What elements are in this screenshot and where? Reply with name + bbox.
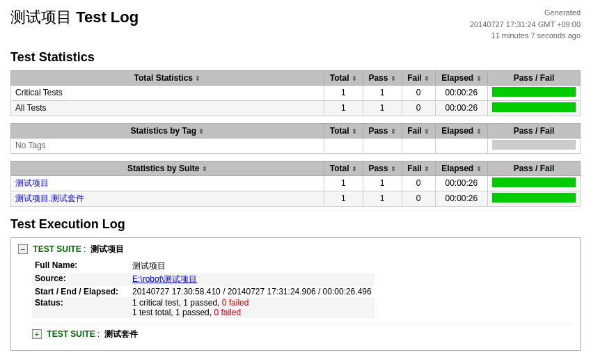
no-tags-pass-fail-bar [492,140,576,150]
col-elapsed: Elapsed [441,73,473,83]
sort-tag-elapsed-icon[interactable]: ⇕ [476,128,482,135]
row-bar-cell [488,85,581,100]
suite-row-elapsed: 00:00:26 [435,191,487,206]
suite2-header: + TEST SUITE : 测试套件 [32,329,573,340]
suite-row-name: 测试项目.测试套件 [11,191,324,206]
sort-total-icon[interactable]: ⇕ [352,75,357,82]
suite-row-name: 测试项目 [11,175,324,191]
tag-col-passfail: Pass / Fail [514,126,555,136]
sort-suite-elapsed-icon[interactable]: ⇕ [476,166,482,173]
suite1-details-table: Full Name: 测试项目 Source: E:\robot\测试项目 St… [32,260,375,318]
tag-col-pass: Pass [368,126,388,136]
generated-date: 20140727 17:31:24 GMT +09:00 [470,20,581,29]
suite-pass-fail-bar [492,177,576,187]
sort-tag-pass-icon[interactable]: ⇕ [391,128,396,135]
suite-col-pass: Pass [368,164,388,173]
row-fail: 0 [402,100,435,116]
suite1-type-label: TEST SUITE [33,244,81,254]
suite1-status-failed2: 0 failed [214,308,241,317]
col-passfail: Pass / Fail [514,73,555,83]
tag-statistics-table: Statistics by Tag ⇕ Total ⇕ Pass ⇕ Fail … [10,123,581,154]
col-total: Total [330,73,349,83]
row-total: 1 [324,100,363,116]
sort-elapsed-icon[interactable]: ⇕ [476,75,482,82]
suite-row-pass: 1 [363,175,402,191]
sort-suite-pass-icon[interactable]: ⇕ [391,166,396,173]
row-total: 1 [324,85,363,100]
sort-tag-fail-icon[interactable]: ⇕ [424,128,430,135]
suite1-status-failed1: 0 failed [222,298,249,308]
suite-row-bar-cell [488,191,581,206]
suite1-fullname-row: Full Name: 测试项目 [32,260,375,273]
page-title: 测试项目 Test Log [10,7,139,28]
row-name: Critical Tests [11,85,324,100]
suite1-header: − TEST SUITE : 测试项目 [18,244,573,255]
no-tags-pass [363,138,402,153]
tag-statistics-header: Statistics by Tag [131,126,196,136]
sort-suite-icon[interactable]: ⇕ [202,166,207,173]
pass-fail-bar [492,87,576,97]
generated-label: Generated [544,8,581,17]
test-statistics-title: Test Statistics [10,50,581,65]
col-fail: Fail [407,73,422,83]
row-fail: 0 [402,85,435,100]
suite2-type-label: TEST SUITE [47,329,95,339]
tag-col-total: Total [330,126,349,136]
no-tags-fail [402,138,435,153]
suite2-name: 测试套件 [104,329,138,339]
title-main: Test Log [76,8,139,26]
suite-col-passfail: Pass / Fail [514,164,555,173]
no-tags-label: No Tags [11,138,324,153]
suite1-source-value: E:\robot\测试项目 [129,273,375,286]
pass-fail-bar [492,102,576,112]
suite-stats-row: 测试项目 1 1 0 00:00:26 [11,175,581,191]
suite1-timing-value: 20140727 17:30:58.410 / 20140727 17:31:2… [129,286,375,297]
row-bar-cell [488,100,581,116]
suite-col-fail: Fail [407,164,422,173]
suite2-expand-button[interactable]: + [32,329,42,339]
suite1-source-row: Source: E:\robot\测试项目 [32,273,375,286]
sort-suite-fail-icon[interactable]: ⇕ [424,166,430,173]
sort-suite-total-icon[interactable]: ⇕ [352,166,357,173]
suite1-timing-label: Start / End / Elapsed: [32,286,129,297]
sort-fail-icon[interactable]: ⇕ [424,75,430,82]
suite-statistics-header: Statistics by Suite [127,164,199,173]
suite-pass-fail-bar [492,193,576,203]
suite-row-total: 1 [324,175,363,191]
col-pass: Pass [368,73,388,83]
suite-stats-row: 测试项目.测试套件 1 1 0 00:00:26 [11,191,581,206]
suite-col-elapsed: Elapsed [441,164,473,173]
sort-icon[interactable]: ⇕ [195,75,200,82]
suite1-timing-row: Start / End / Elapsed: 20140727 17:30:58… [32,286,375,297]
row-elapsed: 00:00:26 [435,85,487,100]
suite1-source-label: Source: [32,273,129,286]
suite-row-link[interactable]: 测试项目 [15,178,49,188]
suite-row-fail: 0 [402,175,435,191]
suite1-expand-button[interactable]: − [18,244,28,254]
suite1-source-link[interactable]: E:\robot\测试项目 [132,274,197,284]
no-tags-elapsed [435,138,487,153]
tag-col-fail: Fail [407,126,422,136]
suite-row-pass: 1 [363,191,402,206]
row-pass: 1 [363,85,402,100]
suite1-status-row: Status: 1 critical test, 1 passed, 0 fai… [32,297,375,318]
row-name: All Tests [11,100,324,116]
no-tags-bar [488,138,581,153]
total-statistics-table: Total Statistics ⇕ Total ⇕ Pass ⇕ Fail ⇕… [10,70,581,116]
generated-info: Generated 20140727 17:31:24 GMT +09:00 1… [470,7,581,42]
suite1-status-value: 1 critical test, 1 passed, 0 failed 1 te… [129,297,375,318]
page-header: 测试项目 Test Log Generated 20140727 17:31:2… [10,7,581,42]
sort-tag-total-icon[interactable]: ⇕ [352,128,357,135]
suite1-details: Full Name: 测试项目 Source: E:\robot\测试项目 St… [32,260,573,340]
suite-row-fail: 0 [402,191,435,206]
sort-tag-icon[interactable]: ⇕ [198,128,204,135]
suite-row-total: 1 [324,191,363,206]
title-prefix: 测试项目 [10,8,72,26]
no-tags-total [324,138,363,153]
no-tags-row: No Tags [11,138,581,153]
suite-col-total: Total [330,164,349,173]
sort-pass-icon[interactable]: ⇕ [391,75,396,82]
suite-row-bar-cell [488,175,581,191]
suite-row-link[interactable]: 测试项目.测试套件 [15,193,84,203]
suite-statistics-table: Statistics by Suite ⇕ Total ⇕ Pass ⇕ Fai… [10,161,581,207]
